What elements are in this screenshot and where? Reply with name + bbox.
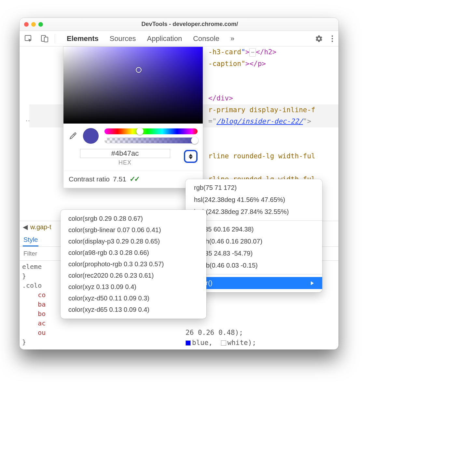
submenu-item[interactable]: color(rec2020 0.26 0.23 0.61): [61, 270, 206, 281]
inspect-element-icon[interactable]: [25, 35, 33, 42]
hue-thumb[interactable]: [136, 128, 144, 135]
current-color-swatch[interactable]: [83, 128, 99, 144]
eyedropper-icon[interactable]: [69, 132, 77, 140]
color-swatch-icon[interactable]: [186, 340, 191, 346]
alpha-thumb[interactable]: [191, 137, 198, 144]
kebab-menu-icon[interactable]: [331, 35, 333, 42]
sv-cursor[interactable]: [136, 67, 142, 73]
color-space-submenu[interactable]: color(srgb 0.29 0.28 0.67) color(srgb-li…: [61, 210, 206, 319]
menu-item[interactable]: hsl(242.38deg 41.56% 47.65%): [186, 194, 322, 206]
alpha-slider[interactable]: [104, 138, 198, 143]
submenu-item[interactable]: color(xyz 0.13 0.09 0.4): [61, 281, 206, 293]
submenu-item[interactable]: color(display-p3 0.29 0.28 0.65): [61, 236, 206, 247]
menu-item[interactable]: rgb(75 71 172): [186, 182, 322, 194]
svg-rect-2: [44, 37, 48, 42]
selector-text: .colo: [22, 282, 42, 289]
hue-slider[interactable]: [104, 128, 198, 134]
submenu-item[interactable]: color(xyz-d65 0.13 0.09 0.4): [61, 304, 206, 315]
tab-elements[interactable]: Elements: [65, 33, 100, 45]
svg-point-3: [332, 35, 333, 36]
chevron-down-icon: [189, 157, 193, 159]
href-link[interactable]: /blog/insider-dec-22/: [216, 117, 303, 125]
hex-input[interactable]: [80, 149, 170, 158]
submenu-item[interactable]: color(srgb 0.29 0.28 0.67): [61, 213, 206, 224]
contrast-value: 7.51: [113, 175, 126, 183]
selector-text: eleme: [22, 263, 42, 271]
devtools-window: DevTools - developer.chrome.com/ Element…: [20, 18, 338, 350]
format-switcher-button[interactable]: [184, 150, 198, 163]
color-picker: HEX Contrast ratio 7.51 ✓✓: [63, 46, 203, 188]
saturation-value-field[interactable]: [63, 47, 203, 124]
chevron-right-icon: [311, 281, 314, 285]
collapsed-node-icon[interactable]: ⋯: [249, 48, 256, 57]
contrast-label: Contrast ratio: [69, 175, 110, 183]
css-property: ba: [38, 300, 46, 308]
tab-styles[interactable]: Style: [23, 234, 38, 246]
settings-icon[interactable]: [315, 35, 323, 43]
css-value: 26 0.26 0.48);: [186, 329, 243, 337]
zoom-window-button[interactable]: [38, 22, 43, 27]
format-label: HEX: [118, 159, 131, 166]
css-property: ac: [38, 319, 46, 327]
tab-console[interactable]: Console: [192, 33, 221, 45]
svg-point-4: [332, 38, 333, 39]
color-swatch-icon[interactable]: [221, 340, 226, 346]
submenu-item[interactable]: color(xyz-d50 0.11 0.09 0.3): [61, 293, 206, 304]
toggle-device-icon[interactable]: [41, 35, 48, 42]
svg-point-5: [332, 40, 333, 42]
breadcrumb[interactable]: w.gap-t: [30, 223, 51, 231]
double-check-icon: ✓✓: [130, 175, 139, 183]
window-title: DevTools - developer.chrome.com/: [46, 21, 334, 28]
submenu-item[interactable]: color(srgb-linear 0.07 0.06 0.41): [61, 224, 206, 236]
submenu-item[interactable]: color(a98-rgb 0.3 0.28 0.66): [61, 247, 206, 258]
css-property: ou: [38, 329, 46, 337]
close-window-button[interactable]: [24, 22, 29, 27]
devtools-toolbar: Elements Sources Application Console »: [20, 31, 338, 46]
contrast-row[interactable]: Contrast ratio 7.51 ✓✓: [63, 171, 203, 188]
submenu-item[interactable]: color(prophoto-rgb 0.3 0.23 0.57): [61, 258, 206, 270]
tab-application[interactable]: Application: [146, 33, 184, 45]
tab-sources[interactable]: Sources: [108, 33, 137, 45]
minimize-window-button[interactable]: [31, 22, 36, 27]
tabs-overflow[interactable]: »: [229, 33, 236, 45]
chevron-left-icon[interactable]: ◀: [23, 223, 28, 231]
chevron-up-icon: [189, 154, 193, 156]
css-property: bo: [38, 310, 46, 318]
css-property: co: [38, 291, 46, 299]
titlebar: DevTools - developer.chrome.com/: [20, 18, 338, 31]
